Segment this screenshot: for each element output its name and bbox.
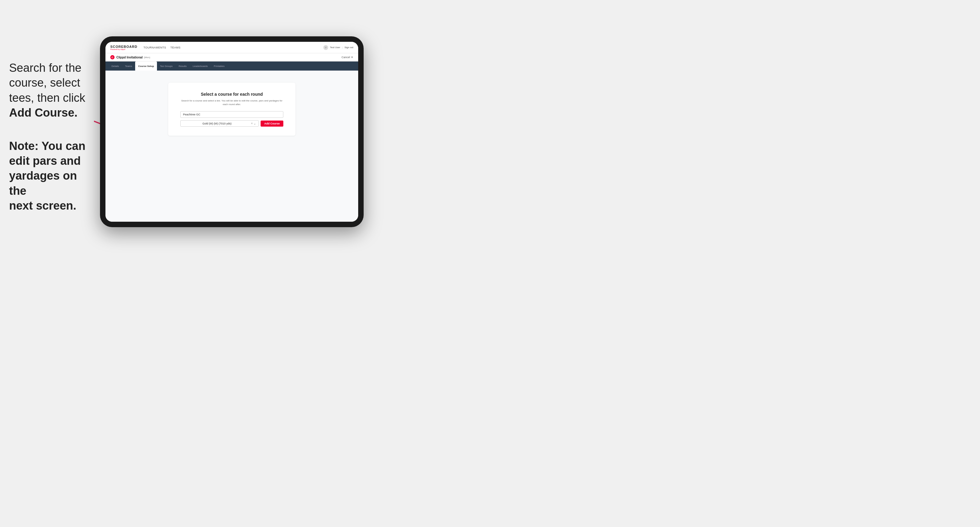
annotation-line3: tees, then click [9, 92, 85, 104]
signout-link[interactable]: Sign out [345, 46, 353, 49]
cancel-button[interactable]: Cancel ✕ [342, 56, 353, 59]
note-line2: edit pars and [9, 154, 81, 167]
course-search-input[interactable] [180, 111, 283, 118]
user-avatar: U [323, 45, 328, 50]
tab-course-setup[interactable]: Course Setup [135, 62, 157, 71]
nav-teams[interactable]: TEAMS [170, 46, 181, 49]
main-content: Select a course for each round Search fo… [105, 71, 358, 222]
note-line3: yardages on the [9, 169, 77, 197]
note-line1: Note: You can [9, 140, 86, 152]
tab-printables[interactable]: Printables [211, 62, 228, 71]
tab-details[interactable]: Details [108, 62, 122, 71]
user-name: Test User [330, 46, 340, 49]
tee-value: Gold (M) (M) (7010 yds) [183, 122, 251, 125]
separator: | [342, 46, 343, 49]
nav-links: TOURNAMENTS TEAMS [143, 46, 323, 49]
annotation-text: Search for the course, select tees, then… [9, 60, 97, 214]
add-course-button[interactable]: Add Course [261, 121, 283, 127]
top-navbar: SCOREBOARD Powered by clippd TOURNAMENTS… [105, 42, 358, 53]
tab-teams[interactable]: Teams [122, 62, 135, 71]
tablet-device: SCOREBOARD Powered by clippd TOURNAMENTS… [100, 37, 364, 227]
tee-select-wrapper[interactable]: Gold (M) (M) (7010 yds) × ⌄ [180, 120, 259, 127]
tab-results[interactable]: Results [175, 62, 190, 71]
annotation-line2: course, select [9, 76, 80, 89]
annotation-bold: Add Course. [9, 106, 78, 119]
note-line4: next screen. [9, 199, 76, 212]
tournament-badge: (Men) [144, 56, 150, 59]
card-description: Search for a course and select a tee. Yo… [180, 99, 283, 106]
tournament-header: C Clippd Invitational (Men) Cancel ✕ [105, 53, 358, 62]
nav-tournaments[interactable]: TOURNAMENTS [143, 46, 166, 49]
annotation-line1: Search for the [9, 62, 81, 74]
tournament-icon: C [110, 55, 115, 59]
logo-text: SCOREBOARD [110, 45, 137, 48]
tee-select-row: Gold (M) (M) (7010 yds) × ⌄ Add Course [180, 120, 283, 127]
tab-bar: Details Teams Course Setup Tee Groups Re… [105, 62, 358, 71]
tab-tee-groups[interactable]: Tee Groups [157, 62, 175, 71]
tournament-name: Clippd Invitational [116, 56, 143, 59]
tab-leaderboards[interactable]: Leaderboards [190, 62, 211, 71]
logo: SCOREBOARD Powered by clippd [110, 45, 137, 50]
tee-clear-icon[interactable]: × [251, 122, 253, 125]
tablet-screen: SCOREBOARD Powered by clippd TOURNAMENTS… [105, 42, 358, 222]
tee-chevron-icon: ⌄ [254, 122, 256, 125]
course-setup-card: Select a course for each round Search fo… [168, 83, 296, 136]
card-title: Select a course for each round [180, 92, 283, 97]
user-area: U Test User | Sign out [323, 45, 353, 50]
logo-sub: Powered by clippd [110, 48, 137, 50]
